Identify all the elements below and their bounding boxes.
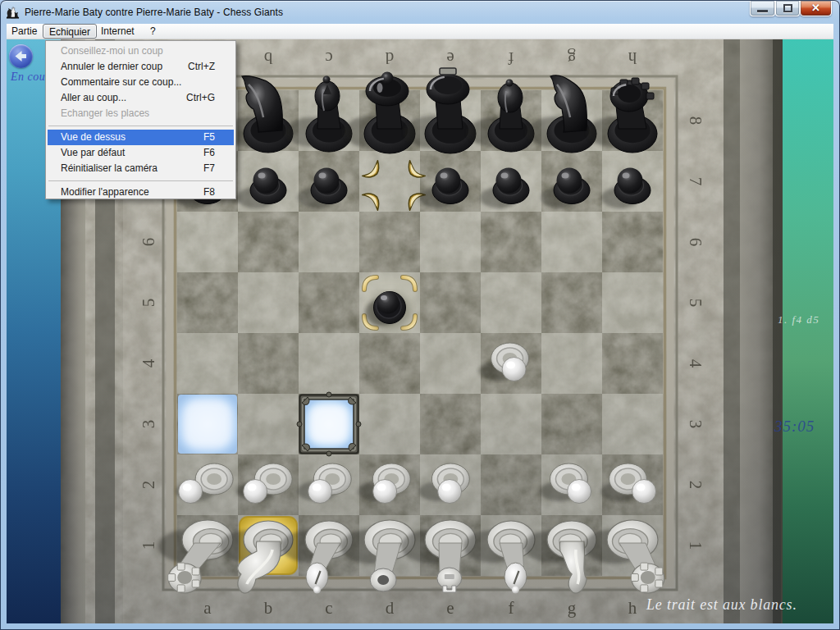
svg-text:g: g [567, 48, 576, 68]
svg-text:2: 2 [686, 481, 705, 490]
svg-text:a: a [203, 598, 212, 618]
svg-text:f: f [509, 48, 514, 68]
svg-text:5: 5 [686, 299, 705, 308]
svg-text:d: d [385, 48, 394, 68]
svg-text:3: 3 [686, 420, 705, 429]
svg-text:g: g [568, 598, 577, 618]
svg-text:6: 6 [686, 238, 705, 247]
svg-text:2: 2 [139, 481, 158, 490]
svg-text:7: 7 [686, 177, 705, 186]
svg-text:6: 6 [139, 238, 158, 247]
svg-text:8: 8 [686, 116, 705, 126]
svg-text:5: 5 [139, 299, 158, 308]
svg-text:d: d [386, 598, 395, 618]
svg-text:1: 1 [686, 541, 705, 550]
svg-text:h: h [628, 598, 637, 618]
svg-text:b: b [264, 48, 273, 68]
svg-text:h: h [628, 48, 637, 68]
svg-text:e: e [446, 598, 454, 618]
svg-text:b: b [264, 598, 273, 618]
svg-text:3: 3 [139, 420, 158, 429]
svg-text:1: 1 [139, 541, 158, 550]
svg-text:4: 4 [139, 358, 158, 368]
svg-text:f: f [509, 598, 514, 618]
svg-text:4: 4 [686, 359, 705, 368]
svg-text:c: c [325, 48, 332, 68]
svg-text:e: e [446, 48, 454, 68]
svg-text:c: c [325, 598, 332, 618]
